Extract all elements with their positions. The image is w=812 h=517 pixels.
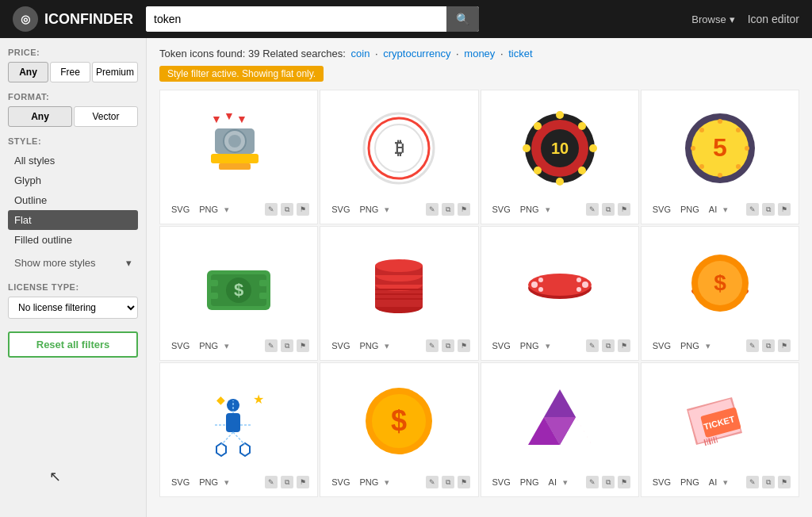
fmt-arrow-2[interactable]: ▾ bbox=[385, 205, 389, 215]
icon-cell-2[interactable]: ₿ SVG PNG ▾ ✎ ⧉ ⚑ bbox=[320, 90, 478, 224]
copy-icon-3[interactable]: ⧉ bbox=[602, 203, 615, 216]
icon-cell-8[interactable]: $ SVG PNG ▾ ✎ ⧉ ⚑ bbox=[641, 226, 799, 361]
related-money[interactable]: money bbox=[464, 48, 495, 59]
fmt-ai-4[interactable]: AI bbox=[706, 203, 720, 216]
fmt-arrow-7[interactable]: ▾ bbox=[546, 341, 550, 351]
fmt-svg-5[interactable]: SVG bbox=[168, 339, 193, 352]
fmt-png-6[interactable]: PNG bbox=[356, 339, 381, 352]
edit-icon-9[interactable]: ✎ bbox=[265, 476, 278, 488]
icon-cell-3[interactable]: 10 SVG PNG ▾ ✎ ⧉ ⚑ bbox=[481, 90, 639, 224]
edit-icon-3[interactable]: ✎ bbox=[586, 203, 599, 216]
flag-icon-2[interactable]: ⚑ bbox=[458, 203, 470, 216]
flag-icon-3[interactable]: ⚑ bbox=[618, 203, 630, 216]
copy-icon-11[interactable]: ⧉ bbox=[602, 476, 615, 488]
edit-icon-10[interactable]: ✎ bbox=[426, 476, 439, 488]
related-cryptocurrency[interactable]: cryptocurrency bbox=[383, 48, 450, 59]
fmt-svg-9[interactable]: SVG bbox=[168, 476, 193, 488]
fmt-png-12[interactable]: PNG bbox=[677, 476, 703, 488]
icon-cell-4[interactable]: 5 SVG PNG AI ▾ ✎ ⧉ ⚑ bbox=[641, 90, 799, 224]
fmt-svg-12[interactable]: SVG bbox=[649, 476, 674, 488]
price-any-btn[interactable]: Any bbox=[8, 62, 48, 82]
icon-cell-1[interactable]: ▼ ▼ ▼ SVG PNG ▾ bbox=[159, 90, 318, 224]
copy-icon-5[interactable]: ⧉ bbox=[281, 339, 293, 352]
reset-filters-btn[interactable]: Reset all filters bbox=[8, 331, 138, 358]
style-outline[interactable]: Outline bbox=[8, 190, 138, 210]
fmt-arrow-12[interactable]: ▾ bbox=[723, 477, 728, 488]
license-select[interactable]: No license filtering bbox=[8, 297, 138, 319]
fmt-arrow-11[interactable]: ▾ bbox=[563, 477, 568, 488]
fmt-png-8[interactable]: PNG bbox=[677, 339, 703, 352]
fmt-svg-11[interactable]: SVG bbox=[489, 476, 514, 488]
fmt-svg-10[interactable]: SVG bbox=[328, 476, 353, 488]
fmt-png-11[interactable]: PNG bbox=[517, 476, 542, 488]
flag-icon-7[interactable]: ⚑ bbox=[618, 339, 630, 352]
icon-cell-7[interactable]: SVG PNG ▾ ✎ ⧉ ⚑ bbox=[481, 226, 639, 361]
copy-icon-9[interactable]: ⧉ bbox=[281, 476, 293, 488]
fmt-arrow-10[interactable]: ▾ bbox=[385, 477, 389, 488]
copy-icon-4[interactable]: ⧉ bbox=[762, 203, 775, 216]
fmt-svg-4[interactable]: SVG bbox=[649, 203, 674, 216]
style-flat[interactable]: Flat bbox=[8, 210, 138, 230]
fmt-svg-8[interactable]: SVG bbox=[649, 339, 674, 352]
flag-icon-12[interactable]: ⚑ bbox=[778, 476, 791, 488]
fmt-png-2[interactable]: PNG bbox=[356, 203, 381, 216]
fmt-png-5[interactable]: PNG bbox=[196, 339, 221, 352]
edit-icon-12[interactable]: ✎ bbox=[746, 476, 759, 488]
fmt-svg-7[interactable]: SVG bbox=[489, 339, 514, 352]
fmt-arrow-4[interactable]: ▾ bbox=[723, 205, 728, 215]
search-button[interactable]: 🔍 bbox=[446, 6, 479, 32]
fmt-png-1[interactable]: PNG bbox=[196, 203, 221, 216]
fmt-arrow-6[interactable]: ▾ bbox=[385, 341, 389, 351]
copy-icon-8[interactable]: ⧉ bbox=[762, 339, 775, 352]
edit-icon-5[interactable]: ✎ bbox=[265, 339, 278, 352]
flag-icon-4[interactable]: ⚑ bbox=[778, 203, 791, 216]
fmt-png-9[interactable]: PNG bbox=[196, 476, 221, 488]
flag-icon-6[interactable]: ⚑ bbox=[458, 339, 470, 352]
show-more-styles-btn[interactable]: Show more styles ▾ bbox=[8, 253, 138, 273]
fmt-arrow-5[interactable]: ▾ bbox=[224, 341, 229, 351]
copy-icon-12[interactable]: ⧉ bbox=[762, 476, 775, 488]
edit-icon-6[interactable]: ✎ bbox=[426, 339, 439, 352]
edit-icon-11[interactable]: ✎ bbox=[586, 476, 599, 488]
copy-icon-10[interactable]: ⧉ bbox=[442, 476, 454, 488]
edit-icon-7[interactable]: ✎ bbox=[586, 339, 599, 352]
format-vector-btn[interactable]: Vector bbox=[74, 106, 138, 127]
related-ticket[interactable]: ticket bbox=[508, 48, 532, 59]
edit-icon-1[interactable]: ✎ bbox=[265, 203, 278, 216]
icon-cell-11[interactable]: SVG PNG AI ▾ ✎ ⧉ ⚑ bbox=[481, 362, 639, 497]
flag-icon-9[interactable]: ⚑ bbox=[297, 476, 309, 488]
fmt-svg-1[interactable]: SVG bbox=[168, 203, 193, 216]
fmt-arrow-8[interactable]: ▾ bbox=[706, 341, 710, 351]
icon-cell-12[interactable]: TICKET SVG PNG AI ▾ bbox=[641, 362, 799, 497]
icon-cell-5[interactable]: $ SVG PNG ▾ ✎ ⧉ ⚑ bbox=[159, 226, 318, 361]
format-any-btn[interactable]: Any bbox=[8, 106, 72, 127]
flag-icon-11[interactable]: ⚑ bbox=[618, 476, 630, 488]
style-glyph[interactable]: Glyph bbox=[8, 170, 138, 190]
fmt-svg-6[interactable]: SVG bbox=[328, 339, 353, 352]
copy-icon-1[interactable]: ⧉ bbox=[281, 203, 293, 216]
edit-icon-2[interactable]: ✎ bbox=[426, 203, 439, 216]
edit-icon-4[interactable]: ✎ bbox=[746, 203, 759, 216]
browse-menu[interactable]: Browse ▾ bbox=[691, 13, 734, 25]
style-filled-outline[interactable]: Filled outline bbox=[8, 230, 138, 250]
fmt-arrow-9[interactable]: ▾ bbox=[224, 477, 229, 488]
fmt-arrow-3[interactable]: ▾ bbox=[546, 205, 550, 215]
fmt-ai-11[interactable]: AI bbox=[546, 476, 560, 488]
fmt-png-4[interactable]: PNG bbox=[677, 203, 703, 216]
fmt-svg-3[interactable]: SVG bbox=[489, 203, 514, 216]
price-free-btn[interactable]: Free bbox=[50, 62, 90, 82]
related-coin[interactable]: coin bbox=[351, 48, 370, 59]
icon-cell-10[interactable]: $ SVG PNG ▾ ✎ ⧉ ⚑ bbox=[320, 362, 478, 497]
fmt-png-10[interactable]: PNG bbox=[356, 476, 381, 488]
copy-icon-6[interactable]: ⧉ bbox=[442, 339, 454, 352]
flag-icon-5[interactable]: ⚑ bbox=[297, 339, 309, 352]
icon-cell-9[interactable]: ★ ◆ bbox=[159, 362, 318, 497]
flag-icon-10[interactable]: ⚑ bbox=[458, 476, 470, 488]
style-allstyles[interactable]: All styles bbox=[8, 151, 138, 170]
fmt-arrow-1[interactable]: ▾ bbox=[224, 205, 229, 215]
copy-icon-7[interactable]: ⧉ bbox=[602, 339, 615, 352]
flag-icon-1[interactable]: ⚑ bbox=[297, 203, 309, 216]
copy-icon-2[interactable]: ⧉ bbox=[442, 203, 454, 216]
icon-editor-link[interactable]: Icon editor bbox=[748, 13, 799, 25]
fmt-png-3[interactable]: PNG bbox=[517, 203, 542, 216]
